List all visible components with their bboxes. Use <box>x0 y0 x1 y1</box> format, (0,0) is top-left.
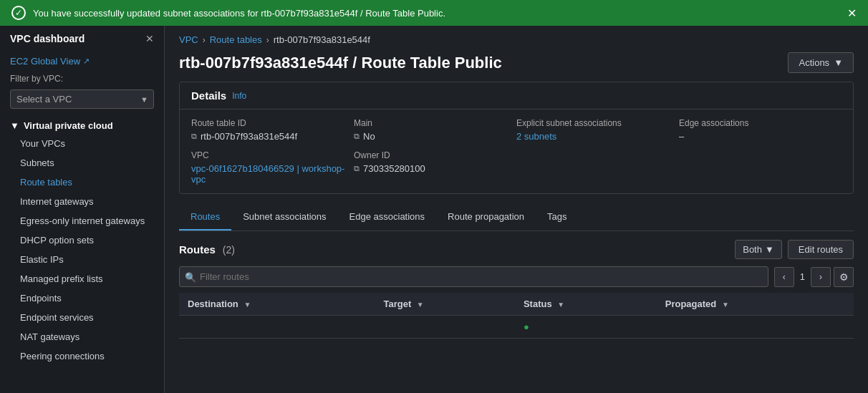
owner-id-value: ⧉ 730335280100 <box>354 163 516 174</box>
ec2-global-view-label: EC2 Global View <box>10 56 80 67</box>
breadcrumb-sep-1: › <box>203 35 206 45</box>
table-header-row: Destination ▼ Target ▼ Status ▼ Propag <box>179 293 854 316</box>
sidebar-item-label: Peering connections <box>20 351 105 362</box>
page-header: rtb-007b7f93a831e544f / Route Table Publ… <box>165 49 868 82</box>
sidebar-item-endpoint-services[interactable]: Endpoint services <box>0 308 164 327</box>
routes-table: Destination ▼ Target ▼ Status ▼ Propag <box>179 293 854 339</box>
propagated-cell <box>657 316 854 339</box>
vpc-label: VPC <box>191 150 354 160</box>
breadcrumb-route-tables-link[interactable]: Route tables <box>210 34 262 45</box>
sidebar-item-peering[interactable]: Peering connections <box>0 346 164 366</box>
table-settings-button[interactable]: ⚙ <box>834 267 854 287</box>
sort-icon: ▼ <box>722 301 729 309</box>
sidebar-close-button[interactable]: ✕ <box>145 33 154 44</box>
routes-title: Routes <box>179 243 216 256</box>
main-layout: VPC dashboard ✕ EC2 Global View ↗ Filter… <box>0 26 868 393</box>
chevron-down-icon: ▼ <box>765 244 774 255</box>
both-filter-button[interactable]: Both ▼ <box>735 240 782 259</box>
page-number: 1 <box>797 271 808 282</box>
sidebar-item-label: Endpoints <box>20 293 62 304</box>
col-destination: Destination ▼ <box>179 293 375 316</box>
owner-id-label: Owner ID <box>354 150 516 160</box>
both-label: Both <box>743 244 762 255</box>
sidebar-item-label: Internet gateways <box>20 196 94 207</box>
sidebar-item-dhcp[interactable]: DHCP option sets <box>0 231 164 250</box>
tab-route-propagation[interactable]: Route propagation <box>436 204 536 231</box>
breadcrumb-current: rtb-007b7f93a831e544f <box>274 34 370 45</box>
chevron-down-icon: ▼ <box>834 57 843 68</box>
edge-assoc-value: – <box>679 131 842 142</box>
tab-tags[interactable]: Tags <box>536 204 578 231</box>
main-label: Main <box>354 118 516 128</box>
prev-page-button[interactable]: ‹ <box>774 267 794 287</box>
sidebar: VPC dashboard ✕ EC2 Global View ↗ Filter… <box>0 26 165 393</box>
vpc-value: vpc-06f1627b180466529 | workshop-vpc <box>191 163 354 185</box>
ec2-global-view-link[interactable]: EC2 Global View ↗ <box>0 52 164 71</box>
success-banner: ✓ You have successfully updated subnet a… <box>0 0 868 26</box>
sidebar-item-nat-gateways[interactable]: NAT gateways <box>0 327 164 346</box>
sidebar-item-label: NAT gateways <box>20 331 79 342</box>
copy-icon[interactable]: ⧉ <box>354 164 360 173</box>
vpc-section-header[interactable]: ▼ Virtual private cloud <box>0 115 164 134</box>
tab-routes[interactable]: Routes <box>179 204 231 231</box>
chevron-section-icon: ▼ <box>10 120 19 131</box>
details-info-link[interactable]: Info <box>232 91 246 101</box>
tab-subnet-associations[interactable]: Subnet associations <box>231 204 337 231</box>
vpc-section-label: Virtual private cloud <box>24 120 113 131</box>
details-title: Details <box>191 89 226 102</box>
route-table-id-label: Route table ID <box>191 118 354 128</box>
breadcrumb-vpc-link[interactable]: VPC <box>179 34 198 45</box>
vpc-filter-select[interactable]: Select a VPC <box>10 89 154 109</box>
routes-count: (2) <box>223 244 235 256</box>
route-table-id-value: ⧉ rtb-007b7f93a831e544f <box>191 131 354 142</box>
sidebar-item-egress-only[interactable]: Egress-only internet gateways <box>0 211 164 231</box>
routes-actions: Both ▼ Edit routes <box>735 240 854 259</box>
sidebar-header: VPC dashboard ✕ <box>0 26 164 52</box>
destination-cell <box>179 316 375 339</box>
sort-icon: ▼ <box>417 301 424 309</box>
sidebar-item-subnets[interactable]: Subnets <box>0 153 164 173</box>
sidebar-item-internet-gateways[interactable]: Internet gateways <box>0 192 164 211</box>
copy-icon[interactable]: ⧉ <box>191 132 197 141</box>
main-content: VPC › Route tables › rtb-007b7f93a831e54… <box>165 26 868 393</box>
sidebar-item-label: Egress-only internet gateways <box>20 215 145 226</box>
sidebar-item-endpoints[interactable]: Endpoints <box>0 288 164 308</box>
actions-button[interactable]: Actions ▼ <box>788 52 854 73</box>
vpc-link[interactable]: vpc-06f1627b180466529 | workshop-vpc <box>191 163 354 185</box>
edit-routes-button[interactable]: Edit routes <box>788 240 854 259</box>
edge-assoc-label: Edge associations <box>679 118 842 128</box>
sidebar-item-label: DHCP option sets <box>20 235 94 246</box>
tab-edge-associations[interactable]: Edge associations <box>338 204 437 231</box>
sort-icon: ▼ <box>243 301 251 309</box>
sidebar-item-label: Managed prefix lists <box>20 273 103 284</box>
sidebar-item-label: Route tables <box>20 177 72 188</box>
sidebar-item-managed-prefix[interactable]: Managed prefix lists <box>0 269 164 288</box>
status-icon: ● <box>524 321 529 332</box>
sidebar-item-label: Your VPCs <box>20 138 65 149</box>
sidebar-item-route-tables[interactable]: Route tables <box>0 173 164 192</box>
page-title: rtb-007b7f93a831e544f / Route Table Publ… <box>179 54 776 72</box>
next-page-button[interactable]: › <box>811 267 831 287</box>
pagination-controls: ‹ 1 › ⚙ <box>774 267 854 287</box>
explicit-subnet-label: Explicit subnet associations <box>516 118 679 128</box>
routes-header: Routes (2) Both ▼ Edit routes <box>179 240 854 259</box>
tabs-bar: Routes Subnet associations Edge associat… <box>179 204 854 231</box>
breadcrumb-sep-2: › <box>266 35 269 45</box>
col-target: Target ▼ <box>375 293 514 316</box>
routes-section: Routes (2) Both ▼ Edit routes 🔍 <box>179 240 854 339</box>
details-header: Details Info <box>180 82 853 110</box>
col-status: Status ▼ <box>515 293 657 316</box>
sidebar-item-label: Elastic IPs <box>20 254 64 265</box>
table-row: ● <box>179 316 854 339</box>
sidebar-item-your-vpcs[interactable]: Your VPCs <box>0 134 164 153</box>
filter-routes-input[interactable] <box>179 266 768 287</box>
actions-label: Actions <box>799 57 829 68</box>
status-cell: ● <box>515 316 657 339</box>
filter-row: 🔍 ‹ 1 › ⚙ <box>179 266 854 287</box>
explicit-subnet-link[interactable]: 2 subnets <box>516 131 556 142</box>
explicit-subnet-item: Explicit subnet associations 2 subnets <box>516 118 679 142</box>
sort-icon: ▼ <box>557 301 564 309</box>
details-grid: Route table ID ⧉ rtb-007b7f93a831e544f M… <box>180 110 853 193</box>
sidebar-item-elastic-ips[interactable]: Elastic IPs <box>0 250 164 269</box>
banner-close-button[interactable]: ✕ <box>847 6 857 20</box>
